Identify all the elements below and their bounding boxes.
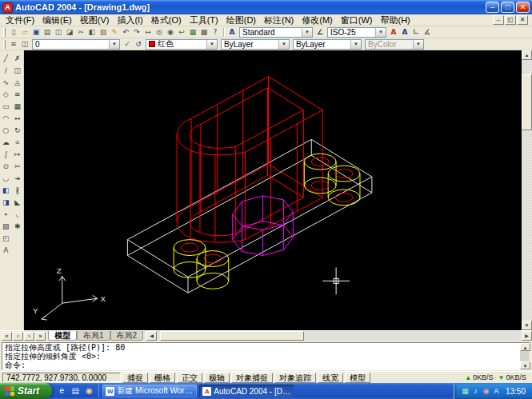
menu-item[interactable]: 修改(M) (298, 14, 337, 26)
quicklaunch-media-player-icon[interactable]: ◉ (82, 385, 95, 397)
menu-item[interactable]: 插入(I) (113, 14, 146, 26)
scroll-up-icon[interactable]: ▲ (522, 50, 532, 60)
layer-properties-icon[interactable]: ≡ (8, 39, 19, 50)
fillet-icon[interactable]: ◟ (12, 209, 23, 221)
ellipse-icon[interactable]: ⊙ (0, 161, 11, 173)
horizontal-scrollbar[interactable]: ◀ ▶ (146, 331, 532, 341)
status-toggle-button[interactable]: 栅格 (150, 373, 175, 383)
zoom-previous-icon[interactable]: ↩ (176, 27, 187, 38)
publish-icon[interactable]: ◪ (64, 27, 75, 38)
start-button[interactable]: Start (0, 383, 52, 399)
command-scrollbar[interactable]: ▲ ▼ (520, 343, 530, 369)
properties-icon[interactable]: ▦ (187, 27, 198, 38)
quicklaunch-ie-icon[interactable]: e (55, 385, 68, 397)
taskbar-clock[interactable]: 13:50 (503, 387, 526, 396)
dim-style-combo[interactable]: ISO-25 ▼ (327, 27, 386, 38)
chevron-down-icon[interactable]: ▼ (375, 28, 386, 37)
make-block-icon[interactable]: ◨ (0, 197, 11, 209)
chevron-down-icon[interactable]: ▼ (302, 28, 312, 37)
status-toggle-button[interactable]: 捕捉 (122, 373, 148, 383)
dim-style-icon[interactable]: ∠ (314, 27, 326, 38)
circle-icon[interactable]: ○ (0, 125, 11, 137)
status-toggle-button[interactable]: 对象捕捉 (231, 373, 273, 383)
copy-icon[interactable]: ◧ (86, 27, 98, 38)
layer-previous-icon[interactable]: ↺ (133, 39, 144, 50)
point-icon[interactable]: ∙ (0, 209, 11, 221)
arc-icon[interactable]: ◠ (0, 113, 11, 125)
menu-item[interactable]: 帮助(H) (377, 14, 414, 26)
tray-antivirus-icon[interactable]: ◉ (482, 386, 490, 396)
match-properties-icon[interactable]: ✎ (109, 27, 120, 38)
offset-icon[interactable]: ≡ (12, 89, 23, 101)
move-icon[interactable]: ↔ (12, 113, 23, 125)
menu-item[interactable]: 编辑(E) (38, 14, 76, 26)
layer-states-icon[interactable]: ◫ (19, 39, 30, 50)
erase-icon[interactable]: ✗ (12, 53, 23, 65)
color-combo[interactable]: 红色 ▼ (146, 39, 218, 50)
mdi-minimize-icon[interactable]: – (493, 15, 504, 25)
minimize-icon[interactable]: – (486, 2, 499, 13)
close-icon[interactable]: ✕ (516, 2, 530, 13)
array-icon[interactable]: ▦ (12, 101, 23, 113)
chevron-down-icon[interactable]: ▼ (206, 40, 217, 49)
dim-angle-icon[interactable]: ∡ (422, 27, 433, 38)
menu-item[interactable]: 文件(F) (2, 14, 38, 26)
layer-combo[interactable]: 0 ▼ (32, 39, 120, 50)
stretch-icon[interactable]: ↦ (12, 149, 23, 161)
line-icon[interactable]: ╱ (0, 53, 11, 65)
lineweight-combo[interactable]: ByLayer ▼ (293, 39, 362, 50)
tray-volume-icon[interactable]: ♪ (471, 386, 480, 396)
task-button-word[interactable]: W 新建 Microsoft Word ... (102, 385, 197, 397)
horizontal-scroll-thumb[interactable] (160, 331, 304, 341)
scale-icon[interactable]: ∝ (12, 137, 23, 149)
rotate-icon[interactable]: ↻ (12, 125, 23, 137)
status-toggle-button[interactable]: 线宽 (318, 373, 343, 383)
tab-nav-icon[interactable]: « (2, 332, 12, 341)
plot-preview-icon[interactable]: ◫ (53, 27, 64, 38)
mdi-close-icon[interactable]: ✕ (517, 15, 528, 25)
revision-cloud-icon[interactable]: ☁ (0, 137, 11, 149)
toolbar-grip[interactable] (3, 40, 6, 49)
insert-block-icon[interactable]: ◧ (0, 185, 11, 197)
plot-icon[interactable]: ▤ (42, 27, 53, 38)
text-style-combo[interactable]: Standard ▼ (239, 27, 313, 38)
zoom-window-icon[interactable]: ◉ (165, 27, 176, 38)
scroll-right-icon[interactable]: ▶ (522, 331, 532, 341)
tab-nav-icon[interactable]: › (24, 332, 34, 341)
cut-icon[interactable]: ✂ (75, 27, 86, 38)
mdi-restore-icon[interactable]: ◱ (505, 15, 516, 25)
region-icon[interactable]: ◰ (0, 233, 11, 245)
polyline-icon[interactable]: ∿ (0, 77, 11, 89)
spline-icon[interactable]: ∫ (0, 149, 11, 161)
linetype-combo[interactable]: ByLayer ▼ (221, 39, 290, 50)
text-blue-a-icon[interactable]: A (399, 27, 410, 38)
scroll-down-icon[interactable]: ▼ (522, 321, 532, 330)
text-style-icon[interactable]: A (226, 27, 238, 38)
menu-item[interactable]: 工具(T) (186, 14, 222, 26)
mirror-icon[interactable]: ◬ (12, 77, 23, 89)
horizontal-scroll-track[interactable] (157, 331, 522, 341)
menu-item[interactable]: 绘图(D) (222, 14, 260, 26)
undo-icon[interactable]: ↶ (120, 27, 131, 38)
vertical-scroll-track[interactable] (522, 60, 532, 321)
tab-nav-icon[interactable]: » (35, 332, 46, 341)
polygon-icon[interactable]: ◇ (0, 89, 11, 101)
tab-nav-icon[interactable]: ‹ (13, 332, 23, 341)
pan-icon[interactable]: ↔ (142, 27, 154, 38)
ellipse-arc-icon[interactable]: ◡ (0, 173, 11, 185)
task-button-autocad[interactable]: A AutoCAD 2004 - [Dra... (199, 385, 294, 397)
quicklaunch-show-desktop-icon[interactable]: ▤ (69, 385, 82, 397)
menu-item[interactable]: 标注(N) (260, 14, 298, 26)
tray-input-method-icon[interactable]: A (492, 386, 501, 396)
scroll-down-icon[interactable]: ▼ (520, 361, 530, 369)
paste-icon[interactable]: ▧ (98, 27, 109, 38)
status-toggle-button[interactable]: 对象追踪 (274, 373, 316, 383)
vertical-scroll-thumb[interactable] (522, 74, 532, 130)
status-toggle-button[interactable]: 正交 (177, 373, 202, 383)
text-color-a-icon[interactable]: A (388, 27, 399, 38)
tray-net-monitor-icon[interactable]: ▦ (461, 386, 470, 396)
multiline-text-icon[interactable]: A (0, 245, 11, 257)
menu-item[interactable]: 格式(O) (147, 14, 186, 26)
scroll-up-icon[interactable]: ▲ (520, 343, 530, 351)
construction-line-icon[interactable]: ∕ (0, 65, 11, 77)
